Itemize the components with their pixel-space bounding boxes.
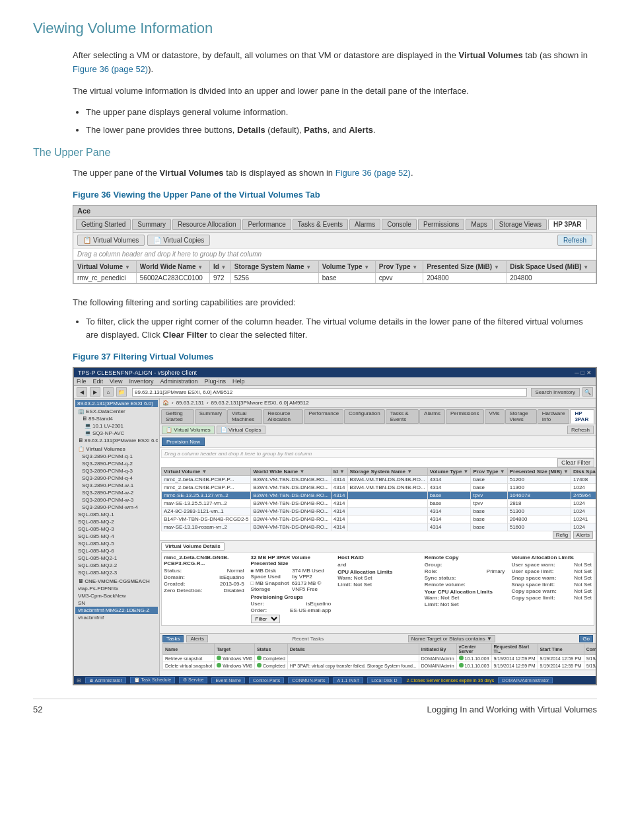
fig37-col-psize[interactable]: Presented Size (MiB) ▼ [507,468,571,476]
rt-col-details[interactable]: Details [287,644,419,655]
sort-vt[interactable]: ▼ [364,264,369,270]
fig37-tab-hwinfo[interactable]: Hardware Info [538,409,570,424]
fig37-tab-tasks[interactable]: Tasks & Events [386,409,419,424]
rt-row-2[interactable]: Delete virtual snapshot Windows VM6 Comp… [163,662,596,669]
sidebar-vm-sn[interactable]: SN [75,599,158,607]
clear-filter-btn[interactable]: Clear Filter [557,458,594,467]
sidebar-item-q1[interactable]: SQ3-2890-PCNM-q-1 [75,453,158,460]
sidebar-item-sql4[interactable]: SQL-085-MQ-4 [75,533,158,540]
rt-col-name[interactable]: Name [163,644,215,655]
provision-now-btn[interactable]: Provision Now [162,438,205,446]
sidebar-vm2[interactable]: 💻 SQ3-NP-AVC [75,430,158,437]
menu-inventory[interactable]: Inventory [129,378,153,385]
filter-vt-icon[interactable]: ▼ [464,469,469,475]
sidebar-item-sqlb1[interactable]: SQL-085-MQ2-1 [75,554,158,562]
fig37-col-vv[interactable]: Virtual Volume ▼ [162,468,251,476]
fig37-col-vtype[interactable]: Volume Type ▼ [427,468,471,476]
sidebar-item-sql1[interactable]: SQL-085-MQ-1 [75,511,158,518]
refresh-btn[interactable]: Refresh [557,235,592,246]
sidebar-item-w4[interactable]: SQ3-2890-PCNM-wm-4 [75,504,158,511]
sb-item-tasks[interactable]: 📋 Task Schedule [130,677,175,683]
refresh-sub-btn[interactable]: Refresh [567,426,594,434]
fig37-tab-alarms[interactable]: Alarms [419,409,445,424]
menu-plugins[interactable]: Plug-ins [204,378,226,385]
sb-item-admin[interactable]: 🖥 Administrator [85,677,126,683]
sb-item-service[interactable]: ⚙ Service [179,677,207,683]
sort-pt[interactable]: ▼ [412,264,417,270]
ace-nav-bar[interactable]: Getting Started Summary Resource Allocat… [73,217,596,233]
sidebar-item-w3[interactable]: SQ3-2890-PCNM-w-3 [75,496,158,504]
rt-col-completed[interactable]: Completed Time [584,644,596,655]
sidebar-item-w1[interactable]: SQ3-2890-PCNM-w-1 [75,482,158,489]
fig37-table-row-selected[interactable]: mmc-SE-13.25.3.127-vm..2 B3W4-VM-TBN-DS-… [162,492,596,500]
rt-col-target[interactable]: Target [215,644,255,655]
fig37-tab-perm[interactable]: Permissions [446,409,484,424]
col-id[interactable]: Id ▼ [209,260,230,272]
sidebar-item-q4[interactable]: SQ3-2890-PCNM-q-4 [75,475,158,482]
sidebar-vm3[interactable]: 🖥 89.63.2.131[3PMware ESXI 6.0] [75,437,158,444]
sidebar-vms[interactable]: 💻 10.1 LV-2301 [75,422,158,430]
fig37-col-id[interactable]: Id ▼ [331,468,347,476]
filter-ps-icon[interactable]: ▼ [563,469,569,475]
vv-sub-btn[interactable]: 📋 Virtual Volumes [162,426,215,434]
ace-tab-performance[interactable]: Performance [242,219,291,230]
back-icon[interactable]: ◀ [77,387,87,397]
rt-row-1[interactable]: Retrieve snapshot Windows VM6 Completed … [163,655,596,662]
sidebar-item-q2[interactable]: SQ3-2890-PCNM-q-2 [75,460,158,467]
ace-tab-maps[interactable]: Maps [466,219,492,230]
fig37-lower-tab-details[interactable]: Virtual Volume Details [161,542,225,551]
rt-col-start[interactable]: Start Time [538,644,584,655]
sort-ps[interactable]: ▼ [494,264,499,270]
tasks-go-btn[interactable]: Go [579,635,593,642]
tasks-filter-btn[interactable]: Name Target or Status contains ▼ [408,635,495,642]
ace-tab-permissions[interactable]: Permissions [418,219,464,230]
inventory-icon[interactable]: 📁 [116,387,127,397]
home-icon[interactable]: ⌂ [103,387,114,397]
sort-vv[interactable]: ▼ [125,264,130,270]
rt-col-reqstart[interactable]: Requested Start Ti... [491,644,538,655]
virtual-copies-btn[interactable]: 📄 Virtual Copies [147,235,210,246]
col-wwn[interactable]: World Wide Name ▼ [136,260,209,272]
sidebar-cne-item2[interactable]: VM3-Cpm-BackNew [75,592,158,599]
rt-col-status[interactable]: Status [254,644,287,655]
sidebar-item-sql5[interactable]: SQL-085-MQ-5 [75,540,158,547]
sidebar-datacenter[interactable]: 🏢 ESX-DataCenter [75,408,158,415]
fig37-col-dspace[interactable]: Disk Space Used (MiB) ▼ [571,468,596,476]
fig37-table-row[interactable]: mav-SE-13.18-rosam-vn..2 B3W4-VM-TBN-DS-… [162,523,596,531]
sidebar-cne-item1[interactable]: vlap-Ps-FDFNhtx [75,585,158,592]
menu-view[interactable]: View [110,378,122,385]
fig37-tab-gs[interactable]: Getting Started [161,409,194,424]
close-icon[interactable]: ✕ [586,369,592,376]
menu-file[interactable]: File [77,378,87,385]
col-volume-type[interactable]: Volume Type ▼ [318,260,375,272]
search-input[interactable]: Search Inventory [531,388,580,397]
filter-vv-icon[interactable]: ▼ [202,469,207,475]
ace-tab-alarms[interactable]: Alarms [349,219,380,230]
sidebar-item-sqlb3[interactable]: SQL-085-MQ2-3 [75,569,158,576]
fig37-tab-ra[interactable]: Resource Allocation [263,409,303,424]
vc-sub-btn[interactable]: 📄 Virtual Copies [217,426,265,434]
maximize-icon[interactable]: □ [581,369,584,376]
sidebar-item-q3[interactable]: SQ3-2890-PCNM-q-3 [75,467,158,475]
sb-item-inst[interactable]: A 1.1 INST [333,677,363,683]
fig37-tab-hp3par[interactable]: HP 3PAR [570,409,594,424]
menu-edit[interactable]: Edit [93,378,104,385]
col-virtual-volume[interactable]: Virtual Volume ▼ [74,260,137,272]
ace-tab-console[interactable]: Console [382,219,417,230]
filter-id-icon[interactable]: ▼ [339,469,345,475]
table-row[interactable]: rmv_rc_penedici 56002AC283CC0100 972 525… [74,272,596,283]
fig37-col-ptype[interactable]: Prov Type ▼ [471,468,507,476]
col-storage-system[interactable]: Storage System Name ▼ [230,260,318,272]
fig37-tab-config[interactable]: Configuration [344,409,385,424]
filter-wwn-icon[interactable]: ▼ [299,469,304,475]
tasks-tab[interactable]: Tasks [162,635,184,642]
sidebar-item-last[interactable]: vhacbmfmf [75,614,158,621]
sb-item-domain[interactable]: DOMAIN/Administrator [498,677,553,683]
ace-tab-hp3par[interactable]: HP 3PAR [548,219,586,230]
sidebar-selected-item[interactable]: vhacbmfmf-MMGZ2-1DENG-Z [75,607,158,614]
filter-pt-icon[interactable]: ▼ [500,469,505,475]
fig37-table-row[interactable]: B14P-VM-TBN-DS-DN4B-RCGD2-5 B3W4-VM-TBN-… [162,515,596,523]
sort-wwn[interactable]: ▼ [197,264,203,270]
col-pres-size[interactable]: Presented Size (MiB) ▼ [423,260,507,272]
col-disk-space[interactable]: Disk Space Used (MiB) ▼ [507,260,596,272]
